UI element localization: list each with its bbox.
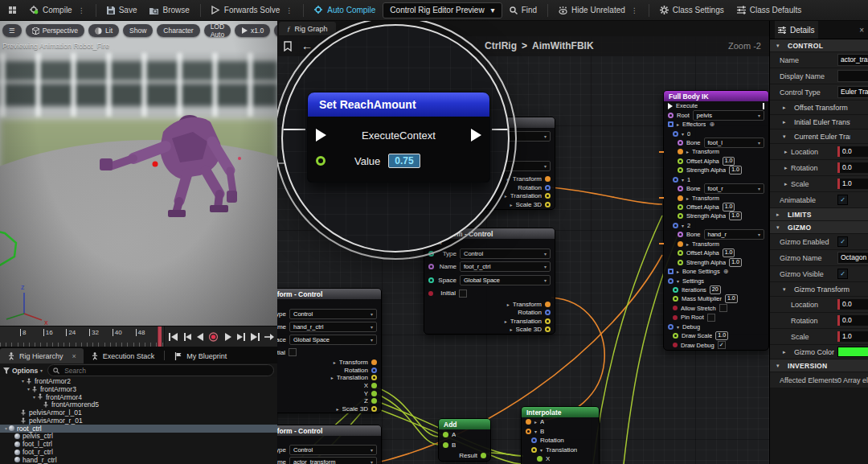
input-pin[interactable] (526, 429, 531, 434)
tree-item-foot_r_ctrl[interactable]: foot_r_ctrl (0, 448, 277, 456)
output-pin[interactable] (545, 193, 551, 199)
play-reverse-button[interactable] (194, 332, 206, 342)
toolbar-button-menu[interactable] (3, 2, 23, 19)
expander-icon[interactable]: ▸ (510, 326, 513, 332)
pin-value-box[interactable]: 1.0 (725, 294, 738, 303)
expander-icon[interactable]: ▸ (534, 419, 537, 425)
record-button[interactable] (208, 332, 219, 342)
play-button[interactable] (223, 332, 234, 342)
input-pin[interactable] (537, 456, 542, 462)
input-pin[interactable] (678, 213, 683, 219)
chevron-icon[interactable]: ▸ (783, 105, 789, 111)
input-pin[interactable] (678, 149, 683, 154)
tab-rig-hierarchy[interactable]: Rig Hierarchy× (0, 348, 84, 363)
chevron-icon[interactable]: ▸ (783, 119, 789, 125)
chevron-icon[interactable]: ▸ (784, 165, 791, 171)
pin-checkbox[interactable]: ✓ (718, 341, 726, 349)
pin-value-dropdown[interactable]: foot_r_ctrl▾ (460, 261, 551, 272)
group-initial-euler-transform[interactable]: ▸Initial Euler Transform (770, 115, 868, 129)
tree-item-foot_l_ctrl[interactable]: foot_l_ctrl (0, 440, 277, 448)
toolbar-button-auto-compile[interactable]: Auto Compile (309, 2, 381, 19)
playhead[interactable] (158, 326, 162, 347)
expander-icon[interactable]: ▸ (331, 375, 334, 380)
section-inversion[interactable]: ▾INVERSION (770, 359, 868, 372)
exec-out-pin[interactable] (471, 129, 481, 142)
more-options-icon[interactable]: ⋮ (631, 6, 638, 14)
expander-icon[interactable]: ▸ (505, 193, 507, 199)
chevron-icon[interactable]: ▾ (776, 363, 783, 369)
number-field[interactable]: 0.0 (840, 146, 868, 157)
input-pin[interactable] (668, 113, 674, 118)
search-box[interactable] (47, 364, 274, 376)
chevron-icon[interactable]: ▾ (776, 43, 783, 49)
output-pin[interactable] (545, 326, 551, 332)
chevron-icon[interactable]: ▾ (776, 224, 783, 231)
tree-item-hand_r_ctrl[interactable]: hand_r_ctrl (0, 456, 277, 464)
output-pin[interactable] (371, 398, 377, 404)
pin-value-dropdown[interactable]: Control▾ (460, 248, 551, 259)
text-field[interactable] (837, 70, 868, 82)
pin-value-dropdown[interactable]: foot_r▾ (704, 183, 764, 194)
pin-value-box[interactable]: 20 (710, 285, 721, 294)
pin-value-dropdown[interactable]: Global Space▾ (289, 335, 377, 345)
pin-value-dropdown[interactable]: foot_l▾ (704, 138, 764, 148)
more-options-icon[interactable]: ⋮ (78, 6, 85, 14)
input-pin[interactable] (526, 419, 531, 425)
output-pin[interactable] (481, 453, 486, 458)
node-get-transform-actor[interactable]: Transform - ControlItemTypeControl▾Namea… (277, 425, 382, 464)
expander-icon[interactable]: ▸ (507, 176, 510, 182)
jump-start-button[interactable] (167, 332, 178, 342)
pin-value-dropdown[interactable]: hand_r_ctrl▾ (289, 322, 377, 332)
more-options-icon[interactable]: ⋮ (285, 6, 293, 14)
dropdown-field[interactable]: Octagon (837, 252, 868, 264)
expander-icon[interactable]: ▸ (686, 241, 689, 247)
chevron-down-icon[interactable]: ▾ (20, 378, 26, 384)
tree-item-pelvisArmor_r_01[interactable]: pelvisArmor_r_01 (0, 417, 277, 425)
pin-value-dropdown[interactable]: pelvis▾ (693, 110, 764, 121)
node-get-transform-foot-r[interactable]: Transform - ControlItemTypeControl▾Namef… (424, 228, 555, 335)
section-control[interactable]: ▾CONTROL (770, 39, 868, 52)
output-pin[interactable] (371, 359, 377, 365)
input-pin[interactable] (673, 343, 678, 347)
tree-item-frontArmor4[interactable]: ▾frontArmor4 (0, 393, 277, 401)
rig-graph-panel[interactable]: ▾▾▸TransformRotation▸Translation▸Scale 3… (277, 21, 769, 464)
tree-item-frontArmorend5[interactable]: frontArmorend5 (0, 400, 277, 409)
number-field[interactable]: 1.0 (840, 179, 868, 189)
node-title[interactable]: Transform - Control (277, 289, 381, 299)
output-pin[interactable] (545, 318, 551, 324)
pin-value-dropdown[interactable]: actor_transform▾ (289, 457, 377, 464)
output-pin[interactable] (545, 176, 551, 182)
input-pin[interactable] (673, 287, 678, 293)
output-pin[interactable] (371, 406, 377, 412)
step-back-button[interactable] (181, 332, 192, 342)
chevron-icon[interactable]: ▸ (784, 149, 791, 155)
checkbox[interactable]: ✓ (837, 236, 848, 247)
input-pin[interactable] (443, 432, 448, 437)
expander-icon[interactable]: ▸ (686, 149, 689, 154)
input-pin[interactable] (673, 131, 678, 137)
chevron-icon[interactable]: ▸ (784, 181, 791, 187)
value-pin[interactable] (316, 156, 326, 166)
pin-checkbox[interactable] (459, 289, 467, 298)
output-pin[interactable] (545, 310, 551, 315)
expander-icon[interactable]: ▾ (677, 278, 679, 284)
expander-icon[interactable]: ▾ (540, 447, 542, 453)
input-pin[interactable] (668, 103, 673, 109)
output-pin[interactable] (545, 202, 551, 207)
output-pin[interactable] (371, 375, 377, 380)
chevron-down-icon[interactable]: ▾ (31, 394, 37, 400)
group-gizmo-color[interactable]: ▸Gizmo Color (770, 345, 868, 359)
expander-icon[interactable]: ▸ (334, 359, 336, 365)
output-pin[interactable] (545, 185, 551, 191)
chevron-down-icon[interactable]: ▾ (26, 386, 31, 392)
toolbar-button-class-defaults[interactable]: Class Defaults (731, 2, 807, 19)
node-title[interactable]: Set ReachAmount (307, 92, 490, 117)
tab-details[interactable]: Details (775, 21, 818, 39)
toolbar-button-forwards-solve[interactable]: Forwards Solve⋮ (206, 2, 298, 19)
timeline-ruler[interactable]: 81624324048 (0, 326, 165, 347)
input-pin[interactable] (678, 241, 683, 247)
viewport-menu-button[interactable]: ☰ (2, 24, 22, 37)
pin-value-box[interactable]: 1.0 (715, 331, 728, 340)
pin-value-box[interactable]: 1.0 (729, 166, 742, 175)
expander-icon[interactable]: ▾ (677, 324, 679, 330)
